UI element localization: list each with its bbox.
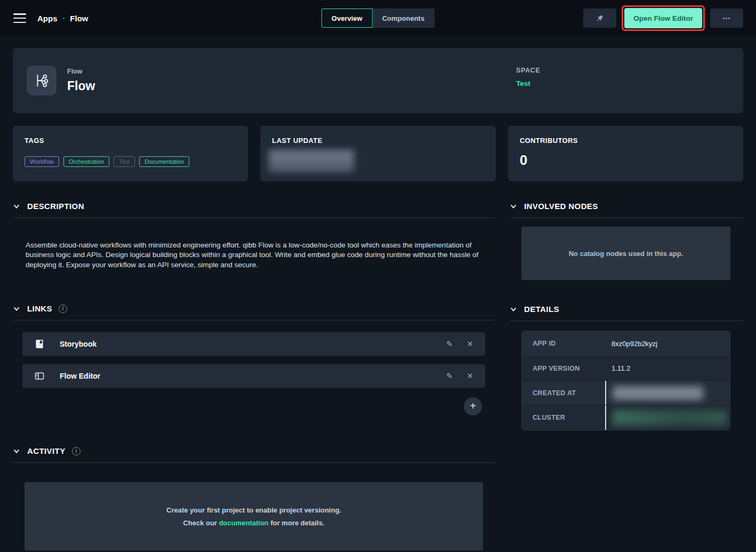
link-row-actions: ✎ ✕ <box>446 339 473 349</box>
activity-check-prefix: Check our <box>183 519 219 527</box>
documentation-link[interactable]: documentation <box>219 519 269 527</box>
main-content: DESCRIPTION Assemble cloud-native workfl… <box>0 202 756 550</box>
add-link-row: + <box>13 397 482 415</box>
chevron-down-icon[interactable] <box>13 202 21 210</box>
link-row-flow-editor[interactable]: Flow Editor ✎ ✕ <box>22 364 485 388</box>
breadcrumb-apps-link[interactable]: Apps <box>37 14 58 23</box>
contributors-card: CONTRIBUTORS 0 <box>508 126 743 181</box>
involved-nodes-title: INVOLVED NODES <box>524 202 598 211</box>
detail-label-app-id: APP ID <box>522 331 605 356</box>
topbar-actions: Open Flow Editor ••• <box>583 5 743 31</box>
breadcrumb: Apps • Flow <box>37 14 89 23</box>
stat-cards-row: TAGS Workflow Orchestration Test Documen… <box>13 126 743 181</box>
info-icon[interactable]: i <box>72 447 81 455</box>
cluster-redacted-value <box>613 410 727 426</box>
activity-empty-line1: Create your first project to enable proj… <box>166 506 341 514</box>
activity-check-suffix: for more details. <box>269 519 325 527</box>
table-row: CLUSTER <box>522 405 730 430</box>
last-update-title: LAST UPDATE <box>272 137 484 145</box>
app-type-label: Flow <box>67 68 95 75</box>
link-label: Flow Editor <box>60 372 100 380</box>
space-block: SPACE Test <box>516 67 540 88</box>
activity-empty-line2: Check our documentation for more details… <box>183 519 324 527</box>
detail-value-app-id: 8xz0p92b2kyzj <box>605 331 730 356</box>
open-flow-editor-button[interactable]: Open Flow Editor <box>624 8 702 28</box>
details-table: APP ID 8xz0p92b2kyzj APP VERSION 1.11.2 … <box>521 331 730 430</box>
contributors-count: 0 <box>520 152 731 169</box>
description-section: DESCRIPTION Assemble cloud-native workfl… <box>13 202 495 270</box>
links-header: LINKS i <box>13 304 495 321</box>
pin-button[interactable] <box>583 9 616 28</box>
breadcrumb-separator: • <box>63 15 65 21</box>
add-link-button[interactable]: + <box>464 397 482 415</box>
detail-label-cluster: CLUSTER <box>522 405 605 430</box>
table-row: APP VERSION 1.11.2 <box>522 356 730 380</box>
right-column: INVOLVED NODES No catalog nodes used in … <box>510 202 743 550</box>
tags-title: TAGS <box>25 137 236 145</box>
book-icon <box>34 339 47 349</box>
detail-value-created-at <box>605 381 730 405</box>
involved-nodes-section: INVOLVED NODES No catalog nodes used in … <box>510 202 743 280</box>
view-tabs: Overview Components <box>321 9 435 28</box>
contributors-title: CONTRIBUTORS <box>520 137 731 145</box>
links-section: LINKS i Storybook ✎ ✕ <box>13 304 495 415</box>
description-header: DESCRIPTION <box>13 202 495 218</box>
hamburger-menu-icon[interactable] <box>13 13 27 23</box>
page-title: Flow <box>67 79 95 93</box>
delete-link-button[interactable]: ✕ <box>467 371 473 381</box>
space-value-link[interactable]: Test <box>516 79 530 87</box>
tab-components[interactable]: Components <box>373 9 435 28</box>
link-row-actions: ✎ ✕ <box>446 371 473 381</box>
activity-section: ACTIVITY i Create your first project to … <box>13 446 495 550</box>
detail-label-created-at: CREATED AT <box>522 381 605 405</box>
breadcrumb-current: Flow <box>70 14 88 23</box>
detail-value-app-version: 1.11.2 <box>605 356 730 380</box>
tab-overview[interactable]: Overview <box>321 9 373 28</box>
last-update-redacted-value <box>269 150 354 172</box>
chevron-down-icon[interactable] <box>510 305 518 313</box>
app-header-card: Flow Flow SPACE Test <box>13 48 743 113</box>
info-icon[interactable]: i <box>59 305 67 313</box>
more-options-button[interactable]: ••• <box>710 9 743 28</box>
link-row-storybook[interactable]: Storybook ✎ ✕ <box>22 332 485 356</box>
table-row: CREATED AT <box>522 380 730 405</box>
involved-nodes-empty-state: No catalog nodes used in this app. <box>521 227 730 280</box>
activity-empty-state: Create your first project to enable proj… <box>25 482 483 550</box>
space-label: SPACE <box>516 67 540 74</box>
link-label: Storybook <box>60 340 96 348</box>
topbar: Apps • Flow Overview Components Open Flo… <box>0 0 756 36</box>
links-title: LINKS <box>27 304 52 313</box>
chevron-down-icon[interactable] <box>13 305 21 313</box>
activity-title: ACTIVITY <box>27 446 66 455</box>
pin-icon <box>596 14 604 22</box>
edit-link-button[interactable]: ✎ <box>446 371 453 381</box>
detail-label-app-version: APP VERSION <box>522 356 605 380</box>
description-title: DESCRIPTION <box>27 202 84 211</box>
delete-link-button[interactable]: ✕ <box>467 339 473 349</box>
edit-link-button[interactable]: ✎ <box>446 339 453 349</box>
details-header: DETAILS <box>510 305 743 321</box>
ellipsis-icon: ••• <box>723 15 731 21</box>
tag-orchestration: Orchestration <box>63 156 109 167</box>
last-update-card: LAST UPDATE <box>260 126 495 181</box>
tags-card: TAGS Workflow Orchestration Test Documen… <box>13 126 248 181</box>
chevron-down-icon[interactable] <box>510 202 518 210</box>
tags-list: Workflow Orchestration Test Documentatio… <box>25 156 236 167</box>
details-section: DETAILS APP ID 8xz0p92b2kyzj APP VERSION… <box>510 305 743 430</box>
table-row: APP ID 8xz0p92b2kyzj <box>522 331 730 356</box>
involved-nodes-header: INVOLVED NODES <box>510 202 743 218</box>
tag-test: Test <box>114 156 135 167</box>
links-list: Storybook ✎ ✕ Flow Editor ✎ ✕ <box>13 332 495 388</box>
flow-app-icon <box>27 66 57 95</box>
detail-value-cluster <box>605 405 730 430</box>
activity-header: ACTIVITY i <box>13 446 495 463</box>
app-header-text: Flow Flow <box>67 68 95 93</box>
left-column: DESCRIPTION Assemble cloud-native workfl… <box>13 202 495 550</box>
chevron-down-icon[interactable] <box>13 447 21 455</box>
tag-workflow: Workflow <box>25 156 59 167</box>
details-title: DETAILS <box>524 305 559 314</box>
created-at-redacted-value <box>613 386 703 400</box>
description-text: Assemble cloud-native workflows with min… <box>26 241 481 270</box>
annotation-highlight-box: Open Flow Editor <box>622 5 705 31</box>
tag-documentation: Documentation <box>139 156 189 167</box>
